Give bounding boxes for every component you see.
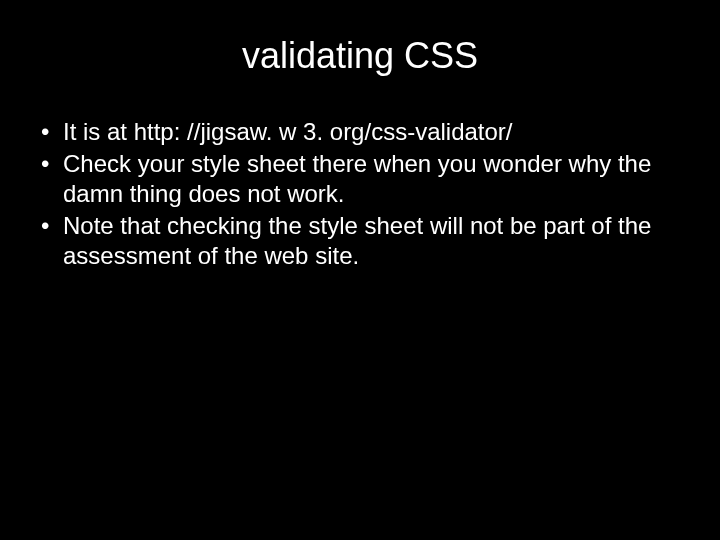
list-item: Note that checking the style sheet will …: [35, 211, 685, 271]
bullet-list: It is at http: //jigsaw. w 3. org/css-va…: [35, 117, 685, 271]
list-item: Check your style sheet there when you wo…: [35, 149, 685, 209]
list-item: It is at http: //jigsaw. w 3. org/css-va…: [35, 117, 685, 147]
slide-container: validating CSS It is at http: //jigsaw. …: [0, 0, 720, 540]
slide-title: validating CSS: [35, 35, 685, 77]
